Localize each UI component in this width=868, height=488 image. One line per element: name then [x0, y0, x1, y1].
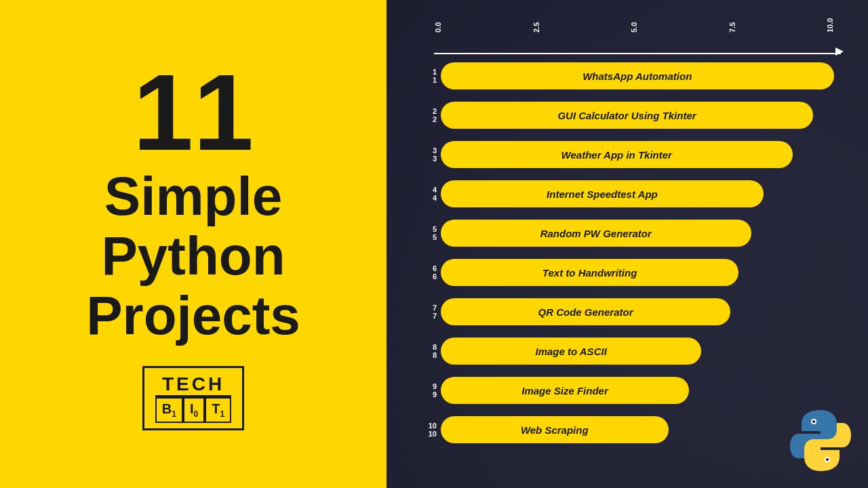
bars-container: 11WhatsApp Automation22GUI Calculator Us…: [420, 57, 854, 449]
bar-label: Image Size Finder: [441, 377, 689, 404]
bar-label: Web Scraping: [441, 416, 669, 443]
logo-bottom: B1 I0 T1: [155, 395, 231, 423]
bar-label: Image to ASCII: [441, 338, 701, 365]
axis-label-25: 2.5: [532, 14, 540, 33]
rank-label: 11: [420, 68, 437, 84]
title-text: Simple Python Projects: [86, 167, 300, 346]
axis-line: [434, 53, 841, 54]
right-panel: 0.0 2.5 5.0 7.5 10.0 11WhatsApp Automati…: [387, 0, 868, 488]
title-line1: Simple: [104, 166, 282, 226]
bar-row: 66Text to Handwriting: [420, 253, 854, 291]
bar-wrapper: Image to ASCII: [441, 337, 854, 365]
big-number: 11: [133, 58, 254, 167]
title-line2: Python: [101, 226, 285, 286]
bar-row: 99Image Size Finder: [420, 371, 854, 409]
bar-wrapper: GUI Calculator Using Tkinter: [441, 101, 854, 129]
logo-cell-t: T1: [205, 397, 231, 423]
rank-label: 22: [420, 107, 437, 123]
bar-label: WhatsApp Automation: [441, 62, 834, 89]
rank-label: 99: [420, 382, 437, 399]
bar-wrapper: Random PW Generator: [441, 219, 854, 247]
bar-label: GUI Calculator Using Tkinter: [441, 102, 813, 129]
bar-wrapper: Internet Speedtest App: [441, 180, 854, 208]
bar-label: Internet Speedtest App: [441, 180, 764, 207]
python-logo: [787, 407, 854, 474]
bar-row: 11WhatsApp Automation: [420, 57, 854, 95]
axis-label-75: 7.5: [728, 14, 736, 33]
svg-point-3: [826, 458, 829, 461]
rank-label: 55: [420, 225, 437, 241]
bar-row: 44Internet Speedtest App: [420, 175, 854, 213]
bar-label: QR Code Generator: [441, 298, 730, 325]
axis-label-100: 10.0: [826, 14, 834, 33]
bar-row: 33Weather App in Tkinter: [420, 136, 854, 174]
bar-label: Weather App in Tkinter: [441, 141, 793, 168]
bar-wrapper: Image Size Finder: [441, 376, 854, 405]
bar-label: Random PW Generator: [441, 220, 751, 247]
bar-wrapper: WhatsApp Automation: [441, 62, 854, 90]
bar-wrapper: Text to Handwriting: [441, 258, 854, 287]
bar-row: 22GUI Calculator Using Tkinter: [420, 96, 854, 134]
axis-label-50: 5.0: [630, 14, 638, 33]
logo-cell-i: I0: [183, 397, 205, 423]
bar-row: 77QR Code Generator: [420, 293, 854, 331]
axis-arrow: [835, 47, 844, 56]
rank-label: 1010: [420, 422, 437, 438]
rank-label: 77: [420, 304, 437, 320]
left-panel: 11 Simple Python Projects TECH B1 I0 T1: [0, 0, 387, 488]
rank-label: 88: [420, 343, 437, 359]
x-axis: [420, 34, 854, 54]
svg-point-1: [812, 420, 815, 423]
bar-wrapper: QR Code Generator: [441, 298, 854, 326]
bar-row: 55Random PW Generator: [420, 214, 854, 252]
logo-box: TECH B1 I0 T1: [142, 366, 244, 430]
rank-label: 44: [420, 186, 437, 202]
bar-label: Text to Handwriting: [441, 259, 738, 286]
bar-wrapper: Weather App in Tkinter: [441, 140, 854, 169]
rank-label: 33: [420, 146, 437, 163]
axis-labels: 0.0 2.5 5.0 7.5 10.0: [420, 14, 854, 33]
title-line3: Projects: [86, 285, 300, 346]
axis-label-0: 0.0: [434, 14, 442, 33]
logo-top: TECH: [155, 373, 231, 395]
bar-row: 88Image to ASCII: [420, 332, 854, 370]
logo-cell-b: B1: [155, 397, 183, 423]
rank-label: 66: [420, 264, 437, 281]
